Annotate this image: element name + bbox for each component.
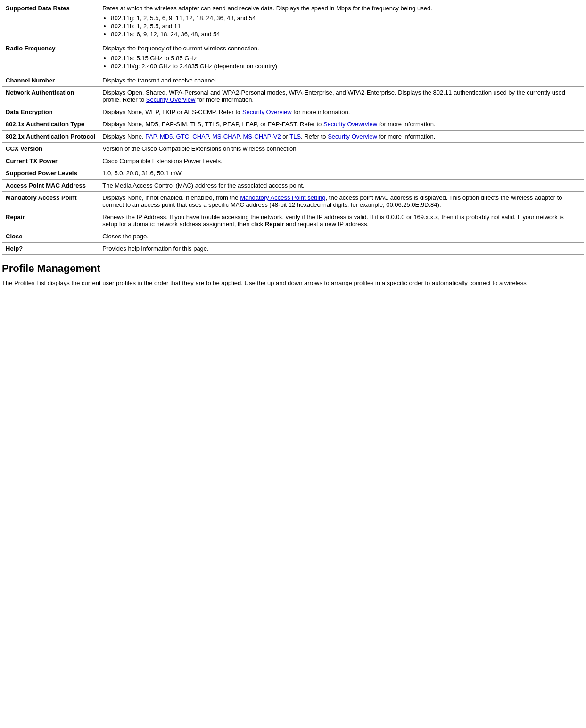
table-row: Current TX PowerCisco Compatible Extensi… [2, 155, 584, 167]
row-content: Provides help information for this page. [99, 243, 584, 255]
row-content: Displays None, PAP, MD5, GTC, CHAP, MS-C… [99, 131, 584, 143]
table-row: RepairRenews the IP Address. If you have… [2, 211, 584, 230]
row-label: Channel Number [2, 74, 99, 87]
row-label: Supported Power Levels [2, 167, 99, 180]
table-row: Channel NumberDisplays the transmit and … [2, 74, 584, 87]
row-text-after-links: . Refer to [301, 133, 328, 140]
row-link[interactable]: MS-CHAP [212, 133, 239, 140]
row-label: Network Authentication [2, 87, 99, 106]
row-content: Displays the transmit and receive channe… [99, 74, 584, 87]
row-link[interactable]: MS-CHAP-V2 [243, 133, 281, 140]
row-content: Displays None, MD5, EAP-SIM, TLS, TTLS, … [99, 118, 584, 131]
row-content: Version of the Cisco Compatible Extensio… [99, 143, 584, 155]
profile-management-description: The Profiles List displays the current u… [2, 278, 584, 288]
row-link[interactable]: Mandatory Access Point setting [240, 194, 325, 201]
row-content: Closes the page. [99, 230, 584, 243]
table-row: 802.1x Authentication TypeDisplays None,… [2, 118, 584, 131]
row-text-before: Displays None, [102, 133, 145, 140]
table-row: Mandatory Access PointDisplays None, if … [2, 192, 584, 211]
row-content: 1.0, 5.0, 20.0, 31.6, 50.1 mW [99, 167, 584, 180]
table-row: Radio FrequencyDisplays the frequency of… [2, 42, 584, 74]
row-link[interactable]: Security Overview [242, 108, 292, 115]
row-label: Help? [2, 243, 99, 255]
row-label: Current TX Power [2, 155, 99, 167]
row-link[interactable]: PAP [145, 133, 156, 140]
row-text-final: for more information. [377, 133, 436, 140]
row-content: The Media Access Control (MAC) address f… [99, 180, 584, 192]
row-text-after: for more information. [377, 121, 436, 128]
table-row: Help?Provides help information for this … [2, 243, 584, 255]
row-label: Supported Data Rates [2, 2, 99, 42]
list-item: 802.11a: 5.15 GHz to 5.85 GHz [111, 55, 580, 62]
row-label: Radio Frequency [2, 42, 99, 74]
row-text-after: and request a new IP address. [284, 221, 369, 228]
table-row: Data EncryptionDisplays None, WEP, TKIP … [2, 106, 584, 118]
row-text-before: Displays None, MD5, EAP-SIM, TLS, TTLS, … [102, 121, 323, 128]
list-item: 802.11a: 6, 9, 12, 18, 24, 36, 48, and 5… [111, 31, 580, 38]
row-text-before: Displays None, WEP, TKIP or AES-CCMP. Re… [102, 108, 242, 115]
row-label: Repair [2, 211, 99, 230]
data-table: Supported Data RatesRates at which the w… [2, 2, 584, 255]
table-row: CloseCloses the page. [2, 230, 584, 243]
row-intro: Rates at which the wireless adapter can … [102, 5, 580, 12]
row-label: 802.1x Authentication Type [2, 118, 99, 131]
row-bold-word: Repair [265, 221, 284, 228]
row-intro: Displays the frequency of the current wi… [102, 45, 580, 52]
table-row: CCX VersionVersion of the Cisco Compatib… [2, 143, 584, 155]
row-content: Rates at which the wireless adapter can … [99, 2, 584, 42]
row-link[interactable]: GTC [176, 133, 189, 140]
row-label: Access Point MAC Address [2, 180, 99, 192]
row-content: Cisco Compatible Extensions Power Levels… [99, 155, 584, 167]
row-text-after: for more information. [292, 108, 350, 115]
table-row: 802.1x Authentication ProtocolDisplays N… [2, 131, 584, 143]
row-label: Data Encryption [2, 106, 99, 118]
row-text-after: for more information. [195, 96, 254, 103]
row-link[interactable]: TLS [289, 133, 301, 140]
row-link[interactable]: Security Ovewrview [323, 121, 377, 128]
row-content: Displays None, WEP, TKIP or AES-CCMP. Re… [99, 106, 584, 118]
row-content: Displays None, if not enabled. If enable… [99, 192, 584, 211]
profile-management-heading: Profile Management [2, 262, 584, 275]
table-row: Access Point MAC AddressThe Media Access… [2, 180, 584, 192]
list-item: 802.11g: 1, 2, 5.5, 6, 9, 11, 12, 18, 24… [111, 15, 580, 22]
list-item: 802.11b: 1, 2, 5.5, and 11 [111, 23, 580, 30]
row-label: Mandatory Access Point [2, 192, 99, 211]
row-text-before: Displays None, if not enabled. If enable… [102, 194, 240, 201]
row-label: Close [2, 230, 99, 243]
row-content: Renews the IP Address. If you have troub… [99, 211, 584, 230]
table-row: Supported Power Levels1.0, 5.0, 20.0, 31… [2, 167, 584, 180]
row-label: CCX Version [2, 143, 99, 155]
list-item: 802.11b/g: 2.400 GHz to 2.4835 GHz (depe… [111, 63, 580, 70]
row-content: Displays the frequency of the current wi… [99, 42, 584, 74]
row-content: Displays Open, Shared, WPA-Personal and … [99, 87, 584, 106]
table-row: Supported Data RatesRates at which the w… [2, 2, 584, 42]
table-row: Network AuthenticationDisplays Open, Sha… [2, 87, 584, 106]
row-link2[interactable]: Security Overview [328, 133, 377, 140]
row-label: 802.1x Authentication Protocol [2, 131, 99, 143]
row-link[interactable]: MD5 [160, 133, 173, 140]
row-list: 802.11a: 5.15 GHz to 5.85 GHz802.11b/g: … [111, 55, 580, 70]
row-link[interactable]: Security Overview [146, 96, 196, 103]
row-link[interactable]: CHAP [192, 133, 208, 140]
row-list: 802.11g: 1, 2, 5.5, 6, 9, 11, 12, 18, 24… [111, 15, 580, 38]
